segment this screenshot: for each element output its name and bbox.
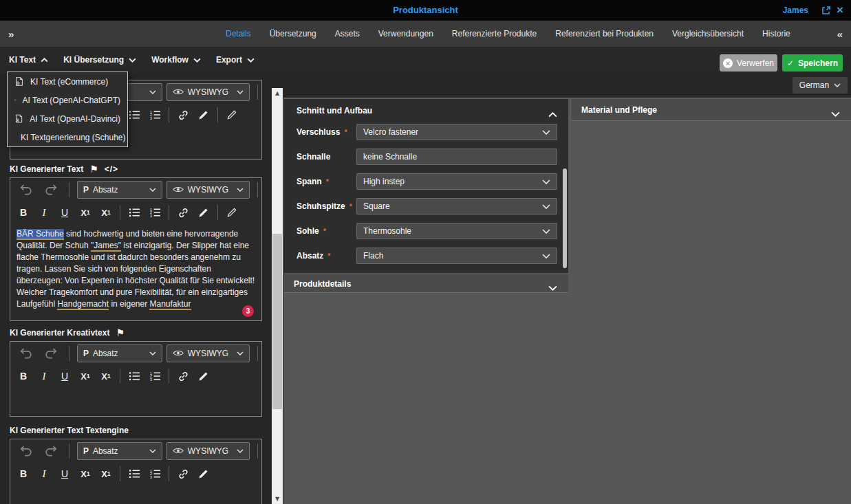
tab-historie[interactable]: Historie <box>762 29 790 39</box>
bold-button[interactable]: B <box>13 204 34 221</box>
superscript-button[interactable]: X1 <box>96 204 116 221</box>
creative-text-content[interactable] <box>10 388 261 417</box>
generated-text-content[interactable]: BÄR Schuhe sind hochwertig und bieten ei… <box>10 224 261 322</box>
menu-item-ai-text-openai-davinci[interactable]: AI Text (OpenAI-Davinci) <box>8 109 127 128</box>
view-mode-select[interactable]: WYSIWYG <box>166 344 250 362</box>
numbered-list-icon[interactable]: 123 <box>144 465 165 483</box>
link-icon[interactable] <box>173 367 193 385</box>
collapse-panel-icon[interactable]: « <box>837 28 843 40</box>
underline-button[interactable]: U <box>54 367 75 385</box>
link-icon[interactable] <box>173 465 193 483</box>
language-selector[interactable]: German <box>793 77 848 94</box>
left-panel-scrollbar[interactable]: ▲ ▼ <box>272 88 283 504</box>
tab-details[interactable]: Details <box>226 29 251 39</box>
numbered-list-icon[interactable]: 123 <box>144 204 165 221</box>
flag-icon[interactable]: ⚑ <box>116 327 125 338</box>
discard-button[interactable]: × Verwerfen <box>720 54 777 72</box>
menu-item-ki-textgenerierung-schuhe[interactable]: KI Textgenerierung (Schuhe) <box>8 128 127 146</box>
superscript-button[interactable]: X1 <box>96 465 116 483</box>
tab-vergleichsuebersicht[interactable]: Vergleichsübersicht <box>672 29 744 39</box>
textengine-content[interactable] <box>10 485 261 504</box>
numbered-list-icon[interactable]: 123 <box>144 367 165 385</box>
spann-select[interactable]: High instep <box>356 173 557 190</box>
pencil-icon[interactable] <box>222 204 242 221</box>
open-external-icon[interactable] <box>821 5 832 16</box>
verschluss-select[interactable]: Velcro fastener <box>356 124 557 140</box>
save-button[interactable]: ✓ Speichern <box>782 54 843 72</box>
field-schnalle: Schnalle keine Schnalle <box>284 149 568 165</box>
view-mode-select[interactable]: WYSIWYG <box>166 83 250 101</box>
bullet-list-icon[interactable] <box>124 465 144 483</box>
bold-button[interactable]: B <box>13 465 34 483</box>
menu-item-ai-text-openai-chatgpt[interactable]: AI Text (OpenAI-ChatGPT) <box>8 91 127 109</box>
menu-export[interactable]: Export <box>216 55 255 65</box>
annotation-count-badge[interactable]: 3 <box>242 305 254 317</box>
schnalle-input[interactable]: keine Schnalle <box>356 149 557 165</box>
tab-referenziert-bei-produkten[interactable]: Referenziert bei Produkten <box>555 29 654 39</box>
flag-icon[interactable]: ⚑ <box>89 164 98 175</box>
expand-section-icon[interactable] <box>831 107 840 120</box>
chevron-down-icon <box>237 90 244 94</box>
menu-workflow[interactable]: Workflow <box>151 55 201 65</box>
subscript-button[interactable]: X1 <box>75 367 96 385</box>
highlighter-icon[interactable] <box>193 367 214 385</box>
link-icon[interactable] <box>173 106 193 124</box>
code-view-icon[interactable]: </> <box>105 164 118 174</box>
tab-assets[interactable]: Assets <box>335 29 360 39</box>
scrollbar-thumb[interactable] <box>272 234 282 409</box>
ki-text-dropdown-menu: KI Text (eCommerce) AI Text (OpenAI-Chat… <box>7 72 128 147</box>
form-scrollbar-thumb[interactable] <box>563 168 567 268</box>
undo-icon[interactable] <box>16 181 36 199</box>
highlighter-icon[interactable] <box>193 106 214 124</box>
superscript-button[interactable]: X1 <box>96 367 116 385</box>
schuhspitze-select[interactable]: Square <box>356 198 557 215</box>
view-mode-select[interactable]: WYSIWYG <box>166 442 250 460</box>
underline-button[interactable]: U <box>54 465 75 483</box>
scroll-up-icon[interactable]: ▲ <box>272 88 283 98</box>
absatz-select[interactable]: Flach <box>356 248 557 264</box>
link-icon[interactable] <box>173 204 193 221</box>
redo-icon[interactable] <box>41 181 61 199</box>
tab-uebersetzung[interactable]: Übersetzung <box>270 29 316 39</box>
subscript-button[interactable]: X1 <box>75 204 96 221</box>
bold-button[interactable]: B <box>13 367 34 385</box>
paragraph-format-select[interactable]: P Absatz <box>77 442 162 460</box>
numbered-list-icon[interactable]: 123 <box>144 106 165 124</box>
section-title[interactable]: Schnitt und Aufbau <box>297 106 372 116</box>
undo-icon[interactable] <box>16 344 36 362</box>
redo-icon[interactable] <box>41 442 61 460</box>
menu-ki-uebersetzung[interactable]: KI Übersetzung <box>63 55 136 65</box>
menu-item-ki-text-ecommerce[interactable]: KI Text (eCommerce) <box>8 72 127 91</box>
tab-referenzierte-produkte[interactable]: Referenzierte Produkte <box>452 29 537 39</box>
italic-button[interactable]: I <box>34 367 54 385</box>
scroll-down-icon[interactable]: ▼ <box>272 494 283 504</box>
pencil-icon[interactable] <box>222 106 242 124</box>
section-material-und-pflege[interactable]: Material und Pflege <box>572 99 851 121</box>
paragraph-format-select[interactable]: P Absatz <box>77 181 162 199</box>
attributes-area: Schnitt und Aufbau Verschluss* Velcro fa… <box>283 98 851 504</box>
close-icon[interactable]: × <box>834 5 845 16</box>
italic-button[interactable]: I <box>34 465 54 483</box>
highlighter-icon[interactable] <box>193 465 214 483</box>
subscript-button[interactable]: X1 <box>75 465 96 483</box>
expand-section-icon[interactable] <box>548 281 557 294</box>
underline-button[interactable]: U <box>54 204 75 221</box>
circle-x-icon: × <box>723 58 733 68</box>
italic-button[interactable]: I <box>34 204 54 221</box>
bullet-list-icon[interactable] <box>124 367 144 385</box>
expand-panel-icon[interactable]: » <box>8 28 14 40</box>
chevron-down-icon <box>149 90 156 94</box>
tab-verwendungen[interactable]: Verwendungen <box>378 29 433 39</box>
highlighter-icon[interactable] <box>193 204 214 221</box>
bullet-list-icon[interactable] <box>124 204 144 221</box>
collapse-section-icon[interactable] <box>548 108 557 120</box>
sohle-select[interactable]: Thermosohle <box>356 223 557 239</box>
view-mode-select[interactable]: WYSIWYG <box>166 181 250 199</box>
section-produktdetails[interactable]: Produktdetails <box>284 274 568 293</box>
menu-ki-text[interactable]: KI Text <box>9 55 48 65</box>
user-link[interactable]: James <box>783 6 808 15</box>
paragraph-format-select[interactable]: P Absatz <box>77 344 162 362</box>
undo-icon[interactable] <box>16 442 36 460</box>
field-schuhspitze: Schuhspitze* Square <box>284 198 568 215</box>
redo-icon[interactable] <box>41 344 61 362</box>
